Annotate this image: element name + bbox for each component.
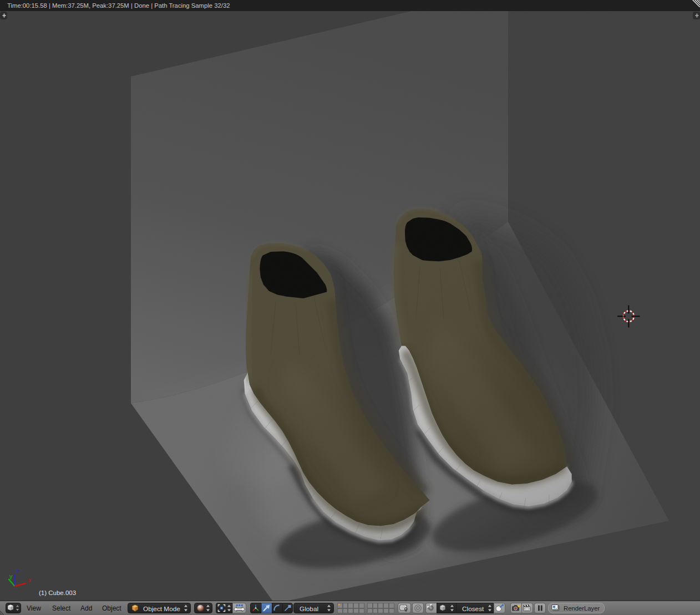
- svg-text:y: y: [9, 573, 13, 580]
- svg-text:(1) Cube.003: (1) Cube.003: [39, 589, 76, 596]
- svg-text:z: z: [16, 568, 19, 575]
- svg-text:x: x: [28, 577, 32, 583]
